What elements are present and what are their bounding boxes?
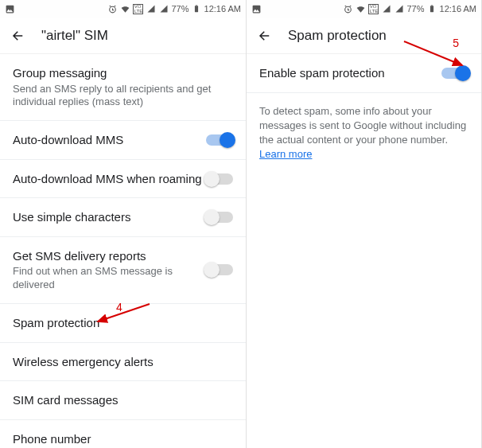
settings-list: Group messagingSend an SMS reply to all …: [0, 54, 246, 448]
enable-spam-toggle[interactable]: [441, 68, 468, 79]
right-screenshot: VOLTE 77% 12:16 AM Spam protection Enabl…: [247, 0, 482, 448]
signal-icon: [146, 4, 156, 14]
alarm-icon: [107, 4, 118, 14]
row-primary: Phone number: [13, 431, 233, 447]
signal-icon: [381, 4, 391, 14]
status-bar: VOLTE 77% 12:16 AM: [247, 0, 481, 18]
wifi-icon: [356, 4, 366, 14]
app-bar: "airtel" SIM: [0, 18, 246, 54]
settings-row[interactable]: Phone numberUnknown: [0, 420, 246, 448]
row-toggle[interactable]: [206, 212, 233, 223]
settings-row[interactable]: Get SMS delivery reportsFind out when an…: [0, 237, 246, 304]
volte-icon: VOLTE: [133, 4, 143, 14]
page-title: Spam protection: [288, 28, 387, 44]
row-primary: Wireless emergency alerts: [13, 354, 233, 370]
row-primary: Get SMS delivery reports: [13, 248, 206, 264]
row-primary: Spam protection: [13, 315, 233, 331]
settings-row[interactable]: Auto-download MMS: [0, 121, 246, 160]
learn-more-link[interactable]: Learn more: [259, 148, 312, 160]
alarm-icon: [343, 4, 353, 14]
battery-pct: 77%: [171, 4, 189, 14]
settings-row[interactable]: Auto-download MMS when roaming: [0, 160, 246, 199]
app-bar: Spam protection: [247, 18, 481, 54]
volte-icon: VOLTE: [368, 4, 379, 14]
info-text: To detect spam, some info about your mes…: [247, 93, 481, 173]
back-icon[interactable]: [258, 29, 272, 43]
signal-icon-2: [394, 4, 404, 14]
clock-time: 12:16 AM: [440, 4, 476, 14]
battery-icon: [192, 4, 202, 14]
battery-icon: [427, 4, 437, 14]
svg-rect-3: [196, 5, 197, 6]
picture-icon: [5, 4, 15, 14]
row-toggle[interactable]: [206, 173, 233, 185]
settings-row[interactable]: Spam protection: [0, 304, 246, 343]
picture-icon: [251, 4, 262, 14]
battery-pct: 77%: [406, 4, 424, 14]
page-title: "airtel" SIM: [41, 28, 108, 44]
row-primary: Group messaging: [13, 65, 233, 81]
back-icon[interactable]: [11, 29, 25, 43]
row-toggle[interactable]: [206, 134, 233, 146]
row-primary: Enable spam protection: [259, 65, 441, 81]
row-primary: Auto-download MMS when roaming: [13, 171, 206, 187]
settings-row[interactable]: Use simple characters: [0, 198, 246, 237]
settings-row[interactable]: Group messagingSend an SMS reply to all …: [0, 54, 246, 121]
svg-rect-2: [195, 6, 198, 12]
row-primary: SIM card messages: [13, 392, 233, 408]
svg-rect-8: [431, 5, 433, 6]
svg-rect-7: [430, 6, 433, 12]
status-bar: VOLTE 77% 12:16 AM: [0, 0, 246, 18]
settings-row[interactable]: SIM card messages: [0, 381, 246, 420]
wifi-icon: [120, 4, 130, 14]
enable-spam-row[interactable]: Enable spam protection: [247, 54, 481, 93]
settings-row[interactable]: Wireless emergency alerts: [0, 343, 246, 382]
row-toggle[interactable]: [206, 264, 233, 275]
row-primary: Use simple characters: [13, 209, 206, 225]
clock-time: 12:16 AM: [204, 4, 241, 14]
row-primary: Auto-download MMS: [13, 132, 206, 148]
signal-icon-2: [158, 4, 169, 14]
row-secondary: Send an SMS reply to all recipients and …: [13, 83, 233, 110]
left-screenshot: VOLTE 77% 12:16 AM "airtel" SIM Group me…: [0, 0, 247, 448]
row-secondary: Find out when an SMS message is delivere…: [13, 265, 206, 292]
